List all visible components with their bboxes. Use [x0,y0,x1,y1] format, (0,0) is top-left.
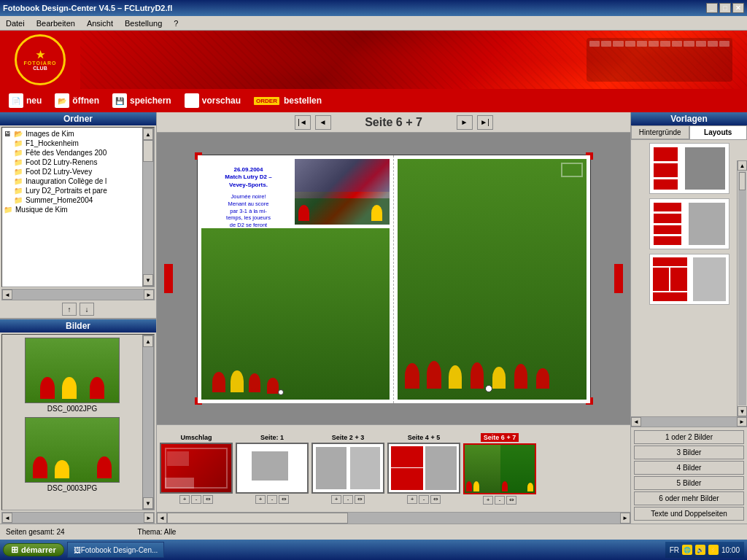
bilder-scrollbar-h[interactable]: ◄ ► [2,513,154,523]
tree-item-foot-vevey[interactable]: 📁 Foot D2 Lutry-Vevey [4,167,141,176]
tpl-left[interactable]: ◄ [631,417,641,427]
thumb-img-umschlag[interactable] [160,443,233,494]
ordner-scrollbar-v[interactable]: ▲ ▼ [142,128,154,287]
window-controls[interactable]: _ □ ✕ [706,3,744,13]
tpl-scroll-up[interactable]: ▲ [738,160,747,171]
start-label: démarrer [21,545,56,554]
cat-4-button[interactable]: 4 Bilder [634,461,744,475]
scroll-up-btn[interactable]: ▲ [143,128,153,140]
photo-top-right[interactable] [295,159,390,225]
navigation-bar: |◄ ◄ Seite 6 + 7 ► ►| [157,112,630,133]
template-3[interactable] [649,254,729,305]
tree-item-foot-renens[interactable]: 📁 Foot D2 Lutry-Renens [4,158,141,167]
thumb-label-umschlag: Umschlag [180,434,212,441]
photo-bottom-main[interactable] [201,228,390,400]
scroll-right-btn[interactable]: ► [144,289,154,300]
thumb-move-seite45[interactable]: ⇔ [430,495,441,504]
thumb-remove-seite1[interactable]: - [267,495,277,504]
bilder-scroll-right[interactable]: ► [144,513,154,523]
thumb-add-seite23[interactable]: + [331,495,341,504]
bilder-scroll-left[interactable]: ◄ [2,513,12,523]
bilder-thumb-1[interactable] [25,417,120,483]
thumb-move-seite23[interactable]: ⇔ [355,495,365,504]
ordner-up-button[interactable]: ↑ [62,303,77,316]
thumb-add-seite1[interactable]: + [255,495,266,504]
photo-right-full[interactable] [398,159,587,400]
scroll-down-btn[interactable]: ▼ [143,274,153,286]
tree-item-images-kim[interactable]: 🖥 📂 Images de Kim [4,129,141,139]
tpl-scroll-thumb[interactable] [739,172,746,190]
thumb-label-seite67: Seite 6 + 7 [481,433,519,442]
thumb-seite45: Seite 4 + 5 + - ⇔ [387,434,460,504]
ordner-down-button[interactable]: ↓ [80,303,94,316]
bilder-scroll-up[interactable]: ▲ [143,335,153,347]
thumb-move-umschlag[interactable]: ⇔ [203,495,213,504]
thumb-add-umschlag[interactable]: + [179,495,190,504]
cat-5-button[interactable]: 5 Bilder [634,476,744,490]
tpl-hscroll[interactable]: ◄ ► [631,416,747,427]
bilder-scrollbar-v[interactable]: ▲ ▼ [142,335,154,510]
tab-layouts[interactable]: Layouts [689,125,748,139]
tree-item-fete[interactable]: 📁 Fête des Vendanges 200 [4,148,141,158]
thumb-add-seite45[interactable]: + [407,495,417,504]
tree-item-summer[interactable]: 📁 Summer_Home2004 [4,195,141,205]
tpl-scroll-down[interactable]: ▼ [738,406,747,416]
thumb-scroll-thumb[interactable] [167,513,348,524]
thumb-scrollbar[interactable]: ◄ ► [157,512,630,524]
menu-bestellung[interactable]: Bestellung [122,18,165,29]
menu-datei[interactable]: Datei [3,18,28,29]
ordner-scrollbar-h[interactable]: ◄ ► [2,289,154,300]
tpl-right[interactable]: ► [737,417,747,427]
bilder-thumb-0[interactable] [25,338,120,403]
next-page-button[interactable]: ► [457,115,473,130]
first-page-button[interactable]: |◄ [295,115,311,130]
last-page-button[interactable]: ►| [477,115,493,130]
thumb-remove-seite67[interactable]: - [495,496,505,505]
thumb-img-seite67[interactable] [463,443,536,494]
vorschau-button[interactable]: 🖥 vorschau [179,91,247,110]
template-2[interactable] [649,198,729,249]
scroll-thumb[interactable] [143,140,153,162]
cat-texte-button[interactable]: Texte und Doppelseiten [634,507,744,521]
neu-button[interactable]: 📄 neu [3,91,47,110]
tree-item-lury[interactable]: 📁 Lury D2_Portraits et pare [4,186,141,195]
thumb-img-seite45[interactable] [387,443,460,494]
taskbar-fotobook[interactable]: 🖼 Fotobook Design-Cen... [67,542,165,558]
thumb-controls-seite1: + - ⇔ [255,495,289,504]
minimize-button[interactable]: _ [706,3,718,13]
templates-scrollbar[interactable]: ▲ ▼ [737,160,747,416]
tree-item-inauguration[interactable]: 📁 Inauguration Collège de l [4,176,141,186]
left-handle[interactable] [164,264,173,293]
tab-hintergruende[interactable]: Hintergründe [631,125,689,139]
oeffnen-button[interactable]: 📂 öffnen [49,91,105,110]
thumb-img-seite23[interactable] [311,443,384,494]
thumb-scroll-right[interactable]: ► [620,513,630,524]
menu-ansicht[interactable]: Ansicht [84,18,116,29]
start-button[interactable]: ⊞ démarrer [3,543,64,556]
menu-help[interactable]: ? [171,18,181,29]
bestellen-button[interactable]: ORDER bestellen [248,91,328,110]
template-1[interactable] [649,143,729,194]
thumb-move-seite67[interactable]: ⇔ [506,496,516,505]
close-button[interactable]: ✕ [732,3,744,13]
cat-1-2-button[interactable]: 1 oder 2 Bilder [634,430,744,444]
thumb-move-seite1[interactable]: ⇔ [279,495,289,504]
menu-bearbeiten[interactable]: Bearbeiten [34,18,78,29]
scroll-left-btn[interactable]: ◄ [2,289,12,300]
bilder-scroll-down[interactable]: ▼ [143,497,153,509]
thumb-remove-seite23[interactable]: - [343,495,353,504]
thumb-img-seite1[interactable] [236,443,309,494]
tree-label: Summer_Home2004 [26,196,93,204]
maximize-button[interactable]: □ [719,3,731,13]
thumb-remove-seite45[interactable]: - [419,495,429,504]
thumb-add-seite67[interactable]: + [483,496,493,505]
prev-page-button[interactable]: ◄ [315,115,331,130]
tree-item-musique[interactable]: 📁 Musique de Kim [4,205,141,214]
thumb-scroll-left[interactable]: ◄ [157,513,167,524]
cat-6plus-button[interactable]: 6 oder mehr Bilder [634,491,744,505]
cat-3-button[interactable]: 3 Bilder [634,446,744,459]
right-handle[interactable] [614,264,623,293]
speichern-button[interactable]: 💾 speichern [107,91,177,110]
tree-item-f1[interactable]: 📁 F1_Hockenheim [4,139,141,148]
thumb-remove-umschlag[interactable]: - [191,495,201,504]
